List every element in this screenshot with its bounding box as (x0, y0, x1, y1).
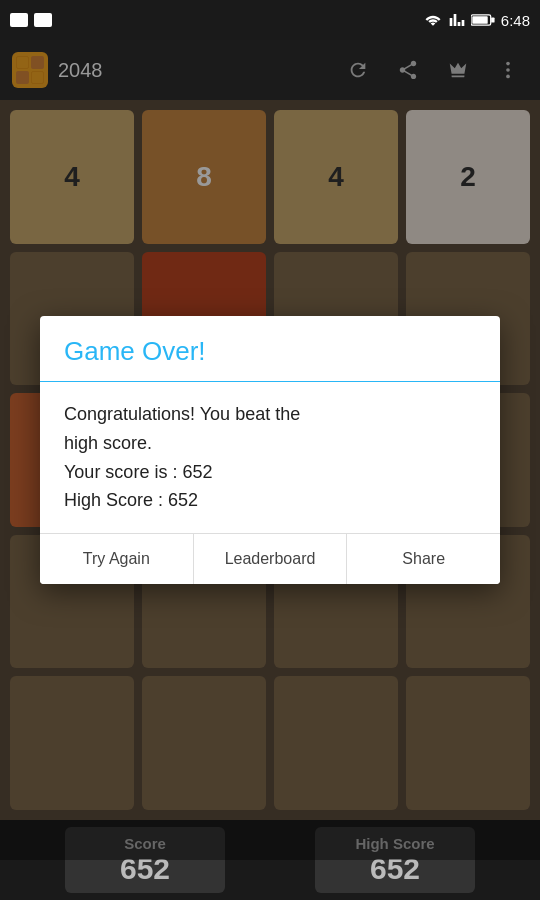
svg-rect-1 (472, 16, 487, 24)
congrats-line-1: Congratulations! You beat the (64, 404, 300, 424)
modal-body: Congratulations! You beat the high score… (40, 382, 500, 533)
modal-dialog: Game Over! Congratulations! You beat the… (40, 316, 500, 584)
try-again-button[interactable]: Try Again (40, 534, 194, 584)
status-bar: 6:48 (0, 0, 540, 40)
share-modal-button[interactable]: Share (347, 534, 500, 584)
svg-rect-2 (491, 17, 494, 22)
wifi-icon (423, 12, 443, 28)
modal-actions: Try Again Leaderboard Share (40, 533, 500, 584)
modal-header: Game Over! (40, 316, 500, 381)
high-score-line-full: High Score : 652 (64, 490, 198, 510)
notification-icon-2 (34, 13, 52, 27)
notification-icon-1 (10, 13, 28, 27)
your-score-line: Your score is : 652 (64, 462, 212, 482)
modal-overlay: Game Over! Congratulations! You beat the… (0, 40, 540, 860)
battery-icon (471, 12, 495, 28)
signal-icon (449, 12, 465, 28)
clock: 6:48 (501, 12, 530, 29)
modal-title: Game Over! (64, 336, 476, 367)
status-left-icons (10, 13, 52, 27)
leaderboard-button[interactable]: Leaderboard (194, 534, 348, 584)
status-right-icons: 6:48 (423, 12, 530, 29)
congrats-line-2: high score. (64, 433, 152, 453)
